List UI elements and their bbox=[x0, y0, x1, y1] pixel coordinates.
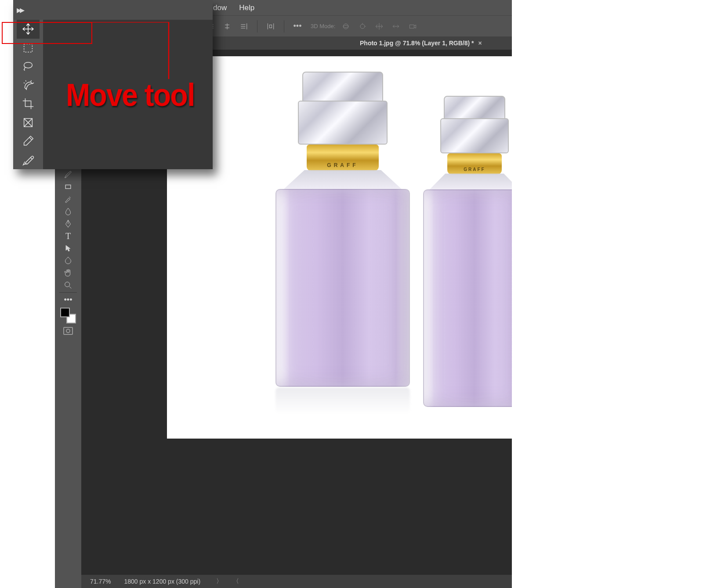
bottle-collar: GRAFF bbox=[307, 145, 378, 171]
shape-tool-icon[interactable] bbox=[60, 254, 76, 267]
more-options-icon[interactable]: ••• bbox=[291, 20, 304, 33]
canvas-image-perfume-copy: GRAFF bbox=[417, 96, 512, 407]
bottle-reflection bbox=[275, 388, 410, 414]
align-right-icon[interactable] bbox=[238, 20, 250, 33]
healing-brush-tool-icon[interactable] bbox=[17, 151, 40, 170]
document-canvas[interactable]: GRAFF GRAFF bbox=[167, 56, 512, 439]
chevron-right-icon[interactable]: 〉 bbox=[214, 577, 225, 585]
eyedropper-tool-icon[interactable] bbox=[17, 132, 40, 151]
document-tab-title: Photo 1.jpg @ 71.8% (Layer 1, RGB/8) * bbox=[360, 40, 474, 47]
frame-tool-icon[interactable] bbox=[17, 113, 40, 132]
menu-window[interactable]: dow bbox=[213, 4, 227, 12]
distribute-icon[interactable] bbox=[265, 20, 277, 33]
type-tool-icon[interactable]: T bbox=[60, 230, 76, 242]
smudge-tool-icon[interactable] bbox=[60, 205, 76, 218]
3d-rotate-icon[interactable] bbox=[356, 20, 369, 33]
3d-mode-label: 3D Mode: bbox=[311, 23, 335, 29]
quick-selection-tool-icon[interactable] bbox=[17, 76, 40, 95]
pen-tool-icon[interactable] bbox=[60, 218, 76, 230]
enlarged-tool-overlay: ▸▸ Move tool bbox=[13, 0, 213, 169]
svg-point-2 bbox=[360, 24, 365, 29]
rectangle-tool-icon[interactable] bbox=[60, 181, 76, 193]
3d-pan-icon[interactable] bbox=[373, 20, 385, 33]
bottle-collar: GRAFF bbox=[447, 153, 502, 174]
bottle-cap-top bbox=[302, 72, 383, 102]
zoom-level[interactable]: 71.77% bbox=[90, 578, 111, 585]
color-swatches[interactable] bbox=[60, 308, 76, 323]
svg-point-5 bbox=[65, 282, 70, 287]
3d-slide-icon[interactable] bbox=[390, 20, 402, 33]
brand-label: GRAFF bbox=[307, 162, 378, 168]
svg-rect-4 bbox=[65, 185, 71, 189]
bottle-body bbox=[423, 189, 512, 407]
history-brush-icon[interactable] bbox=[60, 193, 76, 205]
bottle-body bbox=[275, 189, 410, 387]
document-info[interactable]: 1800 px x 1200 px (300 ppi) bbox=[124, 578, 200, 585]
brush-tool-icon[interactable] bbox=[60, 168, 76, 181]
3d-orbit-icon[interactable] bbox=[340, 20, 352, 33]
bottle-cap bbox=[298, 101, 388, 145]
lasso-tool-icon[interactable] bbox=[17, 57, 40, 76]
crop-tool-icon[interactable] bbox=[17, 94, 40, 113]
status-bar: 71.77% 1800 px x 1200 px (300 ppi) 〉 〈 bbox=[81, 575, 512, 588]
svg-rect-3 bbox=[410, 25, 414, 28]
brand-label: GRAFF bbox=[447, 167, 502, 172]
annotation-label: Move tool bbox=[66, 77, 195, 113]
canvas-image-perfume: GRAFF bbox=[268, 72, 417, 414]
overlay-header: ▸▸ bbox=[13, 0, 213, 20]
document-tab[interactable]: Photo 1.jpg @ 71.8% (Layer 1, RGB/8) * × bbox=[354, 36, 488, 50]
separator bbox=[284, 20, 284, 33]
align-center-h-icon[interactable] bbox=[221, 20, 233, 33]
chevron-left-icon[interactable]: 〈 bbox=[230, 577, 242, 585]
zoom-tool-icon[interactable] bbox=[60, 279, 76, 291]
svg-rect-6 bbox=[24, 44, 33, 52]
close-icon[interactable]: × bbox=[478, 40, 482, 47]
separator bbox=[59, 292, 77, 293]
bottle-shoulder bbox=[429, 174, 512, 190]
foreground-color-swatch[interactable] bbox=[60, 308, 70, 317]
bottle-cap bbox=[440, 118, 509, 153]
3d-camera-icon[interactable] bbox=[406, 20, 419, 33]
annotation-highlight-box bbox=[2, 22, 92, 44]
svg-point-0 bbox=[344, 24, 349, 29]
bottle-cap-top bbox=[444, 96, 505, 120]
hand-tool-icon[interactable] bbox=[60, 267, 76, 279]
bottle-shoulder bbox=[283, 170, 402, 190]
quickmask-icon[interactable] bbox=[63, 327, 73, 335]
path-selection-icon[interactable] bbox=[60, 242, 76, 254]
collapse-icon[interactable]: ▸▸ bbox=[17, 4, 23, 16]
menu-help[interactable]: Help bbox=[239, 4, 254, 12]
separator bbox=[257, 20, 257, 33]
edit-toolbar-icon[interactable]: ••• bbox=[60, 294, 76, 306]
svg-point-1 bbox=[344, 25, 349, 27]
